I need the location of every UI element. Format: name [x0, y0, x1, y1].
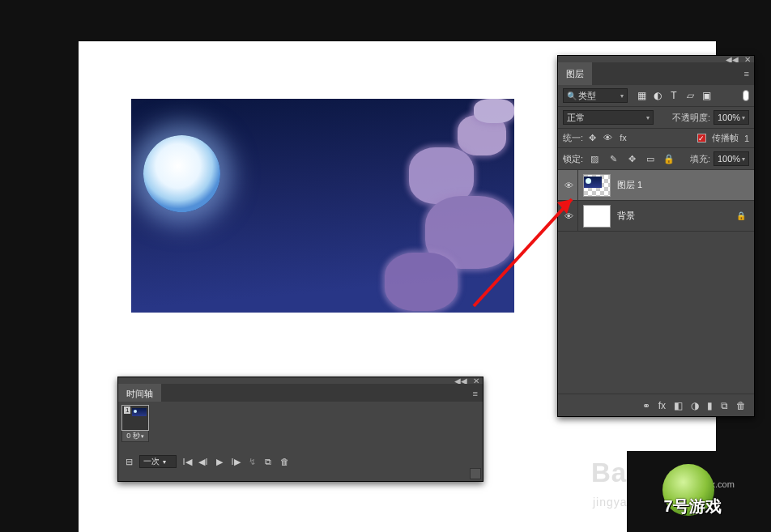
- delete-layer-icon[interactable]: 🗑: [736, 400, 746, 411]
- layers-panel-header: ◀◀ ✕: [558, 56, 754, 62]
- filter-shape-icon[interactable]: ▱: [684, 90, 696, 101]
- chevron-down-icon: ▾: [620, 92, 624, 100]
- frame-1[interactable]: 1 0 秒 ▾: [121, 405, 149, 445]
- frame-duration: 0 秒: [126, 431, 140, 441]
- frame-duration-dropdown[interactable]: 0 秒 ▾: [121, 431, 149, 442]
- opacity-label: 不透明度:: [672, 112, 710, 124]
- next-frame-icon[interactable]: I▶: [230, 457, 241, 467]
- frames-strip: 1 0 秒 ▾: [118, 402, 483, 448]
- lock-icons: ▨ ✎ ✥ ▭ 🔒: [586, 154, 677, 164]
- fill-label: 填充:: [690, 153, 710, 165]
- frame-mini-preview: [132, 408, 147, 416]
- mask-icon[interactable]: ◧: [674, 400, 683, 411]
- layer-list: 👁 图层 1 👁 背景 🔒: [558, 170, 754, 380]
- play-icon[interactable]: ▶: [214, 457, 225, 467]
- filter-type-label: 类型: [578, 90, 596, 102]
- chevron-down-icon: ▾: [742, 114, 745, 121]
- convert-timeline-icon[interactable]: ⊟: [123, 457, 134, 467]
- prev-frame-icon[interactable]: ◀I: [198, 457, 209, 467]
- blend-mode-dropdown[interactable]: 正常 ▾: [563, 110, 654, 125]
- layer-item-background[interactable]: 👁 背景 🔒: [558, 201, 754, 232]
- filter-smart-icon[interactable]: ▣: [701, 90, 712, 101]
- tab-timeline[interactable]: 时间轴: [118, 384, 161, 402]
- layer-thumbnail[interactable]: [583, 174, 611, 197]
- group-icon[interactable]: ▮: [707, 400, 713, 411]
- loop-mode-value: 一次: [143, 456, 160, 467]
- filter-toggle[interactable]: [743, 90, 749, 101]
- canvas-image[interactable]: [131, 99, 514, 313]
- chevron-down-icon: ▾: [141, 433, 144, 440]
- timeline-tabs: 时间轴 ≡: [118, 384, 483, 402]
- search-icon: 🔍: [567, 92, 577, 100]
- blend-mode-value: 正常: [567, 112, 585, 124]
- layer-name: 背景: [617, 210, 635, 222]
- opacity-dropdown[interactable]: 100% ▾: [713, 110, 749, 125]
- frame-thumbnail[interactable]: 1: [121, 405, 149, 431]
- filter-adjust-icon[interactable]: ◐: [652, 90, 663, 101]
- tab-layers[interactable]: 图层: [558, 62, 592, 85]
- propagate-index: 1: [744, 134, 749, 143]
- blossoms-graphic: [368, 99, 514, 313]
- timeline-panel-header: ◀◀ ✕: [118, 377, 483, 384]
- link-layers-icon[interactable]: ⚭: [642, 400, 650, 411]
- lock-position-icon[interactable]: ✥: [626, 154, 637, 164]
- timeline-controls: ⊟ 一次 ▾ I◀ ◀I ▶ I▶ ↯ ⧉ 🗑: [118, 453, 483, 470]
- unify-position-icon[interactable]: ✥: [589, 133, 596, 143]
- lock-pixels-icon[interactable]: ▨: [589, 154, 600, 164]
- game-badge: 7号游戏: [640, 466, 745, 522]
- unify-label: 统一:: [563, 132, 583, 144]
- layers-panel-footer: ⚭ fx ◧ ◑ ▮ ⧉ 🗑: [558, 394, 754, 416]
- separator: [577, 201, 578, 231]
- separator: [577, 170, 578, 200]
- frame-number: 1: [124, 406, 130, 414]
- opacity-value: 100%: [718, 113, 740, 122]
- lock-all-icon[interactable]: 🔒: [663, 154, 675, 164]
- lock-brush-icon[interactable]: ✎: [607, 154, 619, 164]
- chevron-down-icon: ▾: [163, 458, 166, 466]
- moon-graphic: [143, 135, 220, 212]
- filter-icons: ▦ ◐ T ▱ ▣: [636, 90, 712, 101]
- fill-value: 100%: [718, 154, 740, 164]
- lock-icon[interactable]: 🔒: [736, 211, 746, 220]
- blend-row: 正常 ▾ 不透明度: 100% ▾: [558, 107, 754, 129]
- layers-panel-tabs: 图层 ≡: [558, 62, 754, 85]
- timeline-panel: ◀◀ ✕ 时间轴 ≡ 1 0 秒 ▾ ⊟ 一次 ▾ I◀ ◀I ▶ I▶ ↯ ⧉…: [117, 377, 483, 482]
- unify-style-icon[interactable]: fx: [620, 133, 627, 143]
- tween-icon[interactable]: ↯: [246, 457, 258, 467]
- panel-menu-icon[interactable]: ≡: [473, 389, 478, 398]
- visibility-toggle-icon[interactable]: 👁: [563, 211, 574, 221]
- filter-text-icon[interactable]: T: [668, 90, 679, 101]
- lock-artboard-icon[interactable]: ▭: [645, 154, 656, 164]
- panel-menu-icon[interactable]: ≡: [744, 69, 749, 79]
- propagate-checkbox[interactable]: ✓: [697, 134, 706, 143]
- filter-row: 🔍 类型 ▾ ▦ ◐ T ▱ ▣: [558, 85, 754, 107]
- propagate-label: 传播帧: [712, 132, 739, 144]
- loop-dropdown[interactable]: 一次 ▾: [139, 455, 177, 468]
- fx-icon[interactable]: fx: [658, 400, 666, 411]
- layer-item-1[interactable]: 👁 图层 1: [558, 170, 754, 201]
- new-layer-icon[interactable]: ⧉: [721, 400, 728, 411]
- first-frame-icon[interactable]: I◀: [181, 457, 193, 467]
- unify-icons: ✥ 👁 fx: [586, 133, 629, 143]
- filter-pixel-icon[interactable]: ▦: [636, 90, 647, 101]
- layers-panel: ◀◀ ✕ 图层 ≡ 🔍 类型 ▾ ▦ ◐ T ▱ ▣ 正常 ▾ 不透明度: 10…: [557, 55, 755, 417]
- unify-visibility-icon[interactable]: 👁: [603, 133, 612, 143]
- timeline-scroll-corner[interactable]: [470, 468, 481, 479]
- layer-thumbnail[interactable]: [583, 205, 611, 228]
- unify-row: 统一: ✥ 👁 fx ✓ 传播帧 1: [558, 129, 754, 148]
- delete-frame-icon[interactable]: 🗑: [279, 457, 290, 466]
- filter-type-dropdown[interactable]: 🔍 类型 ▾: [563, 88, 628, 103]
- chevron-down-icon: ▾: [646, 114, 650, 121]
- lock-label: 锁定:: [563, 153, 583, 165]
- game-badge-text: 7号游戏: [640, 496, 745, 517]
- lock-row: 锁定: ▨ ✎ ✥ ▭ 🔒 填充: 100% ▾: [558, 148, 754, 170]
- duplicate-frame-icon[interactable]: ⧉: [262, 457, 274, 467]
- layer-name: 图层 1: [617, 179, 642, 191]
- adjustment-icon[interactable]: ◑: [691, 400, 699, 411]
- fill-dropdown[interactable]: 100% ▾: [713, 151, 749, 166]
- visibility-toggle-icon[interactable]: 👁: [563, 181, 574, 190]
- chevron-down-icon: ▾: [742, 155, 745, 163]
